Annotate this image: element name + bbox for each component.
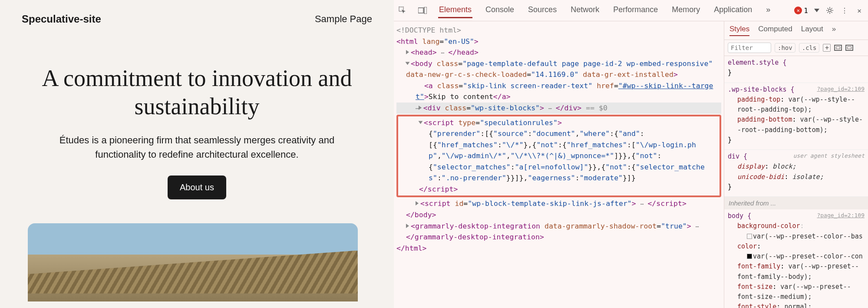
tab-network[interactable]: Network (570, 3, 600, 18)
toolbar-right: ✕ 1 ⋮ ✕ (794, 6, 864, 15)
styles-tabs: Styles Computed Layout » (724, 21, 868, 40)
hero-subtitle: Études is a pioneering firm that seamles… (50, 133, 345, 162)
tab-application[interactable]: Application (713, 3, 753, 18)
kebab-icon[interactable]: ⋮ (840, 6, 849, 15)
hov-toggle[interactable]: :hov (775, 43, 795, 53)
dom-site-blocks[interactable]: ⋯<div class="wp-site-blocks"> ⋯ </div> =… (396, 103, 721, 114)
gear-icon[interactable] (825, 6, 834, 15)
device-icon[interactable] (418, 6, 427, 15)
tabs-overflow[interactable]: » (765, 3, 771, 18)
dom-script-body[interactable]: {"prerender":[{"source":"document","wher… (400, 128, 718, 184)
dom-script-close[interactable]: </script> (400, 184, 718, 195)
dom-head[interactable]: <head> ⋯ </head> (396, 47, 721, 58)
tab-elements[interactable]: Elements (438, 3, 472, 18)
hero-image (28, 223, 358, 301)
dom-skip-link[interactable]: <a class="skip-link screen-reader-text" … (396, 80, 721, 103)
styles-filter-input[interactable] (728, 43, 771, 53)
tab-memory[interactable]: Memory (671, 3, 701, 18)
hero-section: A commitment to innovation and sustainab… (28, 64, 366, 301)
error-icon: ✕ (794, 7, 802, 14)
speculation-rules-highlight: <script type="speculationrules"> {"prere… (396, 115, 721, 198)
tab-console[interactable]: Console (485, 3, 515, 18)
svg-point-3 (828, 9, 831, 12)
rule-div-ua[interactable]: div {user agent stylesheet display: bloc… (724, 150, 868, 197)
tab-sources[interactable]: Sources (527, 3, 558, 18)
svg-rect-2 (424, 7, 427, 14)
inherited-from-header: Inherited from ... (724, 197, 868, 209)
tab-layout[interactable]: Layout (801, 25, 823, 36)
tab-styles[interactable]: Styles (729, 25, 749, 36)
error-badge[interactable]: ✕ 1 (794, 7, 808, 15)
close-icon[interactable]: ✕ (855, 6, 864, 15)
tab-computed[interactable]: Computed (758, 25, 792, 36)
cls-toggle[interactable]: .cls (799, 43, 820, 53)
website-viewport: Speculative-site Sample Page A commitmen… (0, 0, 394, 308)
dom-body-open[interactable]: <body class="page-template-default page … (396, 58, 721, 80)
rule-wp-site-blocks[interactable]: .wp-site-blocks {?page_id=2:109 padding-… (724, 83, 868, 150)
devtools-body: <!DOCTYPE html> <html lang="en-US"> <hea… (394, 21, 868, 308)
styles-filter-bar: :hov .cls + (724, 40, 868, 56)
dom-body-close[interactable]: </body> (396, 209, 721, 221)
boxmodel-icon[interactable] (834, 45, 842, 51)
hero-title: A commitment to innovation and sustainab… (28, 64, 366, 121)
dom-html-close[interactable]: </html> (396, 243, 721, 254)
styles-panel: Styles Computed Layout » :hov .cls + ele… (724, 21, 868, 308)
chevron-down-icon[interactable] (814, 9, 819, 12)
error-count: 1 (804, 7, 808, 15)
nav-sample-page[interactable]: Sample Page (315, 13, 372, 25)
inspect-icon[interactable] (398, 6, 407, 15)
styles-overflow[interactable]: » (832, 25, 836, 36)
dom-tree[interactable]: <!DOCTYPE html> <html lang="en-US"> <hea… (394, 21, 724, 308)
site-header: Speculative-site Sample Page (22, 13, 372, 25)
layout-icon[interactable] (845, 45, 853, 51)
dom-script2[interactable]: <script id="wp-block-template-skip-link-… (396, 198, 721, 209)
rule-element-style[interactable]: element.style { } (724, 56, 868, 83)
devtools-panel: Elements Console Sources Network Perform… (394, 0, 868, 308)
dom-doctype[interactable]: <!DOCTYPE html> (396, 25, 721, 36)
dom-html-open[interactable]: <html lang="en-US"> (396, 36, 721, 47)
dom-script-open[interactable]: <script type="speculationrules"> (400, 117, 718, 129)
site-title[interactable]: Speculative-site (22, 13, 101, 25)
about-us-button[interactable]: About us (168, 176, 226, 199)
tab-performance[interactable]: Performance (612, 3, 659, 18)
devtools-toolbar: Elements Console Sources Network Perform… (394, 0, 868, 21)
dom-grammarly[interactable]: <grammarly-desktop-integration data-gram… (396, 221, 721, 243)
devtools-tabs: Elements Console Sources Network Perform… (438, 3, 771, 18)
new-rule-button[interactable]: + (823, 44, 831, 52)
rule-body[interactable]: body {?page_id=2:109 background-color: v… (724, 209, 868, 308)
svg-rect-1 (418, 8, 423, 13)
